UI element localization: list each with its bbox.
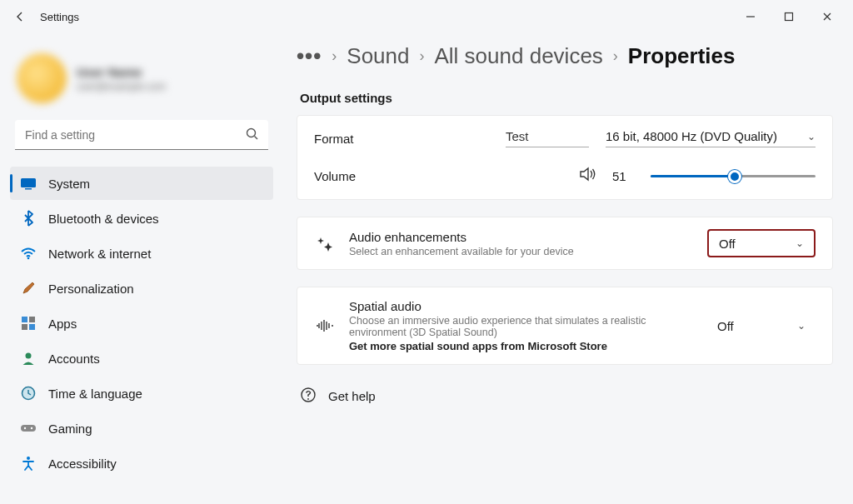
slider-thumb[interactable]: [728, 170, 741, 183]
minimize-button[interactable]: [731, 3, 770, 30]
sidebar-item-label: Gaming: [48, 422, 92, 436]
wifi-icon: [20, 245, 37, 262]
titlebar: Settings: [0, 0, 853, 33]
chevron-right-icon: ›: [420, 47, 425, 65]
svg-point-11: [26, 353, 32, 359]
svg-rect-4: [21, 178, 36, 187]
enhancements-desc: Select an enhancement available for your…: [349, 246, 694, 257]
chevron-right-icon: ›: [332, 47, 337, 65]
svg-point-16: [27, 457, 30, 460]
sidebar-item-label: System: [48, 177, 90, 191]
sidebar-item-bluetooth[interactable]: Bluetooth & devices: [10, 202, 273, 235]
sparkle-icon: [314, 234, 336, 252]
breadcrumb-sound[interactable]: Sound: [347, 43, 409, 69]
spatial-title: Spatial audio: [349, 299, 694, 313]
avatar: [17, 53, 67, 103]
sidebar-item-network[interactable]: Network & internet: [10, 237, 273, 270]
search: [15, 120, 268, 150]
svg-rect-5: [25, 188, 32, 190]
help-icon: [300, 387, 317, 406]
sidebar-item-label: Network & internet: [48, 247, 151, 261]
format-select[interactable]: 16 bit, 48000 Hz (DVD Quality) ⌄: [606, 129, 816, 147]
audio-enhancements-card: Audio enhancements Select an enhancement…: [297, 217, 833, 270]
svg-rect-13: [21, 425, 36, 432]
chevron-down-icon: ⌄: [807, 131, 816, 142]
svg-rect-8: [29, 317, 35, 322]
search-icon: [245, 127, 260, 145]
spatial-store-link[interactable]: Get more spatial sound apps from Microso…: [349, 340, 694, 352]
sidebar-item-time[interactable]: Time & language: [10, 377, 273, 410]
clock-icon: [20, 385, 37, 402]
svg-point-15: [31, 427, 32, 429]
sidebar: User Name user@example.com System Blueto…: [0, 33, 283, 504]
bluetooth-icon: [20, 210, 37, 227]
help-label: Get help: [328, 389, 376, 403]
breadcrumb: ••• › Sound › All sound devices › Proper…: [297, 43, 833, 69]
close-button[interactable]: [808, 3, 846, 30]
volume-value: 51: [612, 169, 636, 183]
sidebar-item-accessibility[interactable]: Accessibility: [10, 447, 273, 480]
breadcrumb-current: Properties: [628, 43, 736, 69]
format-label: Format: [314, 132, 489, 146]
nav: System Bluetooth & devices Network & int…: [10, 167, 273, 480]
enhancements-title: Audio enhancements: [349, 230, 694, 244]
svg-point-18: [307, 398, 309, 400]
accessibility-icon: [20, 455, 37, 472]
sidebar-item-label: Personalization: [48, 282, 134, 296]
spatial-value: Off: [717, 319, 734, 333]
person-icon: [20, 350, 37, 367]
svg-rect-9: [22, 324, 27, 330]
output-card: Format Test 16 bit, 48000 Hz (DVD Qualit…: [297, 115, 833, 200]
sidebar-item-label: Time & language: [48, 387, 142, 401]
enhancements-value: Off: [719, 237, 736, 251]
sidebar-item-gaming[interactable]: Gaming: [10, 412, 273, 445]
maximize-button[interactable]: [770, 3, 808, 30]
output-settings-heading: Output settings: [300, 91, 833, 105]
spatial-desc: Choose an immersive audio experience tha…: [349, 315, 694, 338]
svg-point-14: [24, 427, 26, 429]
profile[interactable]: User Name user@example.com: [10, 33, 273, 120]
soundwave-icon: [314, 318, 336, 333]
svg-rect-10: [29, 324, 35, 330]
system-icon: [20, 175, 37, 192]
svg-line-3: [255, 137, 258, 140]
volume-slider[interactable]: [651, 167, 816, 184]
format-value: 16 bit, 48000 Hz (DVD Quality): [606, 129, 777, 143]
sidebar-item-personalization[interactable]: Personalization: [10, 272, 273, 305]
brush-icon: [20, 280, 37, 297]
spatial-dropdown[interactable]: Off ⌄: [707, 312, 816, 340]
search-input[interactable]: [15, 120, 268, 150]
profile-email: user@example.com: [77, 81, 166, 92]
breadcrumb-all-devices[interactable]: All sound devices: [435, 43, 603, 69]
profile-name: User Name: [77, 65, 166, 79]
window-title: Settings: [40, 11, 731, 23]
sidebar-item-accounts[interactable]: Accounts: [10, 342, 273, 375]
chevron-down-icon: ⌄: [797, 320, 806, 332]
sidebar-item-apps[interactable]: Apps: [10, 307, 273, 340]
svg-rect-1: [786, 13, 793, 21]
chevron-right-icon: ›: [613, 47, 618, 65]
spatial-audio-card: Spatial audio Choose an immersive audio …: [297, 287, 833, 365]
format-test-button[interactable]: Test: [506, 129, 589, 147]
gamepad-icon: [20, 420, 37, 437]
sidebar-item-label: Apps: [48, 317, 77, 331]
breadcrumb-more[interactable]: •••: [297, 43, 322, 69]
main-content: ••• › Sound › All sound devices › Proper…: [283, 33, 853, 504]
svg-rect-7: [22, 317, 27, 322]
enhancements-dropdown[interactable]: Off ⌄: [707, 229, 816, 257]
sidebar-item-label: Accessibility: [48, 457, 117, 471]
svg-point-6: [27, 257, 30, 260]
svg-point-2: [247, 129, 256, 137]
sidebar-item-label: Accounts: [48, 352, 100, 366]
apps-icon: [20, 315, 37, 332]
back-button[interactable]: [7, 3, 33, 30]
sidebar-item-label: Bluetooth & devices: [48, 212, 159, 226]
chevron-down-icon: ⌄: [796, 237, 804, 249]
get-help-link[interactable]: Get help: [297, 373, 833, 406]
speaker-icon[interactable]: [579, 166, 597, 186]
sidebar-item-system[interactable]: System: [10, 167, 273, 200]
volume-label: Volume: [314, 169, 564, 183]
